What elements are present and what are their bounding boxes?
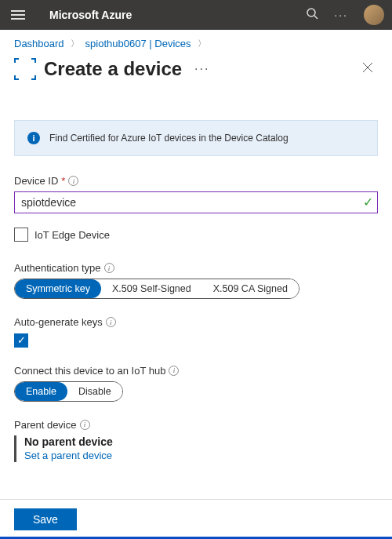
breadcrumb: Dashboard 〉 spiothub0607 | Devices 〉 xyxy=(0,30,392,54)
breadcrumb-link[interactable]: Dashboard xyxy=(14,38,64,49)
hamburger-icon[interactable] xyxy=(8,7,30,23)
page-header: Create a device ··· xyxy=(0,54,392,89)
info-circle-icon[interactable]: i xyxy=(106,317,116,327)
info-banner: i Find Certified for Azure IoT devices i… xyxy=(14,120,378,156)
auth-option-ca-signed[interactable]: X.509 CA Signed xyxy=(202,279,299,298)
iot-edge-checkbox[interactable] xyxy=(14,228,28,242)
check-icon: ✓ xyxy=(363,195,373,209)
more-icon[interactable]: ··· xyxy=(334,9,348,21)
info-icon: i xyxy=(27,132,40,144)
save-button[interactable]: Save xyxy=(14,508,77,530)
breadcrumb-link[interactable]: spiothub0607 | Devices xyxy=(85,38,191,49)
chevron-right-icon: 〉 xyxy=(71,38,79,49)
top-bar: Microsoft Azure ··· xyxy=(0,0,392,30)
device-id-label: Device ID * i xyxy=(14,175,378,187)
iot-edge-label: IoT Edge Device xyxy=(34,229,110,241)
chevron-right-icon: 〉 xyxy=(198,38,206,49)
footer: Save xyxy=(0,499,392,539)
connect-disable[interactable]: Disable xyxy=(67,382,122,401)
connect-group: Enable Disable xyxy=(14,381,123,402)
search-icon[interactable] xyxy=(306,7,318,23)
svg-point-0 xyxy=(307,9,315,16)
parent-label: Parent device i xyxy=(14,419,378,431)
connect-label: Connect this device to an IoT hub i xyxy=(14,365,378,377)
autogen-checkbox[interactable]: ✓ xyxy=(14,333,28,348)
required-star: * xyxy=(61,175,65,187)
svg-line-1 xyxy=(314,16,318,19)
info-circle-icon[interactable]: i xyxy=(80,420,90,430)
close-icon[interactable] xyxy=(358,57,378,81)
connect-enable[interactable]: Enable xyxy=(15,382,67,401)
auth-type-label: Authentication type i xyxy=(14,262,378,274)
page-title: Create a device xyxy=(44,58,182,80)
fullscreen-icon[interactable] xyxy=(14,58,36,80)
auth-option-self-signed[interactable]: X.509 Self-Signed xyxy=(101,279,202,298)
device-id-field[interactable] xyxy=(14,191,378,213)
parent-value: No parent device xyxy=(24,435,378,448)
info-circle-icon[interactable]: i xyxy=(68,176,78,186)
auth-option-symmetric[interactable]: Symmetric key xyxy=(15,279,101,298)
info-circle-icon[interactable]: i xyxy=(104,263,114,273)
avatar[interactable] xyxy=(364,5,384,25)
autogen-label: Auto-generate keys i xyxy=(14,316,378,328)
info-circle-icon[interactable]: i xyxy=(169,366,179,376)
set-parent-link[interactable]: Set a parent device xyxy=(24,450,112,461)
brand-title: Microsoft Azure xyxy=(49,9,306,21)
more-icon[interactable]: ··· xyxy=(194,62,209,76)
auth-type-group: Symmetric key X.509 Self-Signed X.509 CA… xyxy=(14,279,299,299)
banner-text: Find Certified for Azure IoT devices in … xyxy=(49,133,289,144)
